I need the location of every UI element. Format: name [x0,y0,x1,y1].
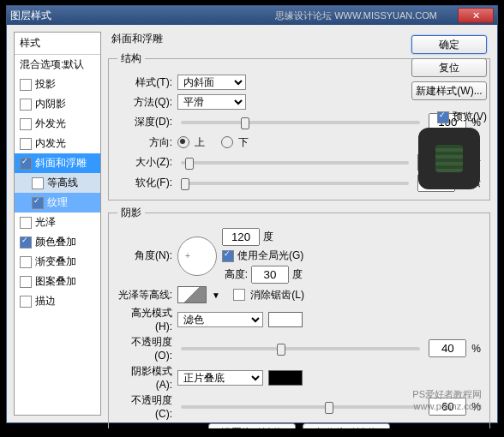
sidebar-item-label: 投影 [35,77,56,92]
altitude-label: 高度: [222,267,248,282]
style-checkbox[interactable] [20,138,32,150]
angle-dial[interactable] [177,236,217,276]
antialias-checkbox[interactable] [233,289,245,301]
structure-legend: 结构 [117,51,145,66]
highlight-color[interactable] [268,312,303,327]
style-checkbox[interactable] [20,276,32,288]
make-default-button[interactable]: 设置为默认值 [208,423,296,428]
depth-label: 深度(D): [117,115,172,129]
angle-label: 角度(N): [117,248,172,263]
sidebar-item[interactable]: 外发光 [15,114,100,134]
highlight-mode-select[interactable]: 滤色 [177,312,263,327]
style-select[interactable]: 内斜面 [177,75,246,90]
sidebar-item[interactable]: 投影 [15,75,100,94]
highlight-opacity-input[interactable] [429,339,466,357]
sidebar-item[interactable]: 斜面和浮雕 [15,153,100,173]
angle-input[interactable] [222,228,260,246]
technique-select[interactable]: 平滑 [177,94,246,110]
sidebar-item[interactable]: 光泽 [15,213,100,232]
sidebar-item[interactable]: 内发光 [15,134,100,153]
styles-sidebar: 样式 混合选项:默认 投影内阴影外发光内发光斜面和浮雕等高线纹理光泽颜色叠加渐变… [14,32,101,416]
style-checkbox[interactable] [20,158,32,170]
style-checkbox[interactable] [20,217,32,229]
sidebar-item[interactable]: 等高线 [15,173,100,193]
sidebar-item[interactable]: 纹理 [15,193,100,213]
gloss-label: 光泽等高线: [117,288,172,302]
style-checkbox[interactable] [20,236,32,248]
shadow-mode-label: 阴影模式(A): [117,364,172,391]
cancel-button[interactable]: 复位 [411,58,487,77]
style-checkbox[interactable] [20,256,32,268]
shadow-opacity-label: 不透明度(C): [117,393,172,420]
sidebar-item[interactable]: 内阴影 [15,94,100,114]
sidebar-item-label: 斜面和浮雕 [35,156,87,171]
blend-options[interactable]: 混合选项:默认 [15,55,100,75]
style-checkbox[interactable] [20,118,32,130]
highlight-opacity-slider[interactable] [181,347,420,350]
preview-checkbox[interactable] [437,111,449,123]
technique-label: 方法(Q): [117,95,172,110]
sidebar-item-label: 光泽 [35,215,56,230]
sidebar-item[interactable]: 渐变叠加 [15,252,100,272]
depth-slider[interactable] [181,121,420,124]
title-bar: 图层样式 思缘设计论坛 WWW.MISSYUAN.COM ✕ [7,6,497,25]
sidebar-item-label: 内阴影 [35,97,66,111]
chevron-down-icon[interactable]: ▼ [212,290,220,300]
direction-up-radio[interactable] [177,136,189,148]
preview-thumbnail [418,128,480,189]
sidebar-item-label: 纹理 [47,195,68,210]
style-label: 样式(T): [117,75,172,90]
soften-slider[interactable] [181,182,409,185]
style-checkbox[interactable] [20,296,32,308]
style-checkbox[interactable] [32,197,44,209]
style-checkbox[interactable] [20,79,32,91]
ok-button[interactable]: 确定 [411,35,487,54]
shadow-opacity-slider[interactable] [181,405,420,409]
sidebar-item-label: 内发光 [35,136,66,151]
new-style-button[interactable]: 新建样式(W)... [411,81,487,100]
direction-down-radio[interactable] [221,136,233,148]
global-light-checkbox[interactable] [222,250,234,262]
shading-legend: 阴影 [117,206,145,220]
sidebar-item-label: 图案叠加 [35,274,76,289]
sidebar-item-label: 等高线 [47,176,78,190]
sidebar-item[interactable]: 颜色叠加 [15,232,100,252]
sidebar-item[interactable]: 图案叠加 [15,272,100,291]
shadow-color[interactable] [268,370,303,386]
sidebar-header: 样式 [15,33,100,55]
window-title: 图层样式 [10,9,51,23]
highlight-mode-label: 高光模式(H): [117,306,172,332]
sidebar-item-label: 颜色叠加 [35,235,76,249]
size-label: 大小(Z): [117,155,172,170]
sidebar-item-label: 渐变叠加 [35,254,76,269]
size-slider[interactable] [181,161,409,165]
sidebar-item-label: 描边 [35,294,56,308]
brand-text: 思缘设计论坛 WWW.MISSYUAN.COM [275,9,437,22]
shadow-mode-select[interactable]: 正片叠底 [177,370,263,386]
sidebar-item[interactable]: 描边 [15,291,100,311]
style-checkbox[interactable] [20,99,32,111]
direction-label: 方向: [117,135,172,150]
style-checkbox[interactable] [32,177,44,189]
reset-default-button[interactable]: 复位为默认值 [303,423,390,428]
watermark: PS爱好者教程网www.psahz.com [412,388,482,412]
highlight-opacity-label: 不透明度(O): [117,335,172,362]
sidebar-item-label: 外发光 [35,117,66,131]
altitude-input[interactable] [251,266,289,284]
close-button[interactable]: ✕ [458,8,494,23]
soften-label: 软化(F): [117,176,172,190]
gloss-contour[interactable] [177,286,207,303]
